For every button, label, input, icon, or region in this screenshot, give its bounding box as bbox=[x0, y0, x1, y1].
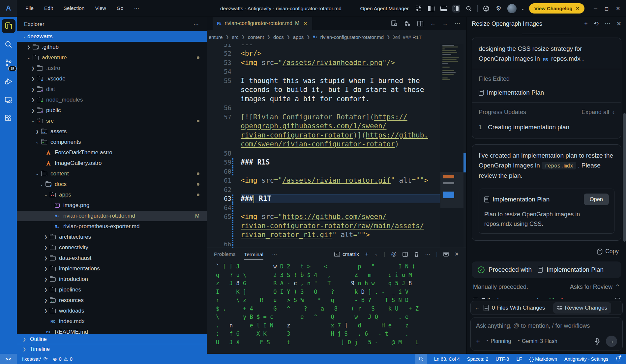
tree-item-content[interactable]: ⌄content bbox=[17, 168, 207, 179]
microphone-icon[interactable] bbox=[595, 338, 600, 345]
remote-explorer-icon[interactable] bbox=[2, 93, 15, 107]
source-control-icon[interactable]: 15 bbox=[2, 56, 15, 70]
agent-compass-icon[interactable] bbox=[482, 5, 490, 13]
kill-terminal-icon[interactable] bbox=[414, 252, 419, 257]
tree-item-docs[interactable]: ⌄docs bbox=[17, 179, 207, 190]
sidebar-more-icon[interactable]: ⋯ bbox=[194, 21, 200, 27]
tree-item-resources[interactable]: ❯●●resources bbox=[17, 295, 207, 306]
tab-rivian-configurator-rotator[interactable]: M↓ rivian-configurator-rotator.md M ✕ bbox=[213, 17, 312, 30]
tab-close-icon[interactable]: ✕ bbox=[303, 20, 308, 26]
send-button[interactable]: → bbox=[606, 336, 617, 347]
progress-step[interactable]: 1 Creating implementation plan bbox=[479, 122, 614, 132]
new-terminal-icon[interactable]: + bbox=[365, 251, 369, 258]
menu-go[interactable]: Go bbox=[113, 4, 128, 13]
split-terminal-icon[interactable] bbox=[402, 252, 408, 257]
tree-item--astro[interactable]: ❯.astro bbox=[17, 63, 207, 74]
breadcrumb-item[interactable]: enture bbox=[209, 34, 223, 40]
close-panel-icon[interactable]: ✕ bbox=[455, 251, 459, 257]
avatar-chevron-icon[interactable]: ⌄ bbox=[521, 6, 524, 11]
menu-selection[interactable]: Selection bbox=[60, 4, 89, 13]
open-agent-manager-button[interactable]: Open Agent Manager bbox=[360, 6, 408, 12]
code-line[interactable]: 58 bbox=[207, 149, 440, 158]
explorer-icon[interactable] bbox=[2, 19, 15, 33]
timeline-section-header[interactable]: ❯ Timeline bbox=[17, 344, 207, 354]
app-logo[interactable]: A bbox=[0, 0, 17, 17]
menu-edit[interactable]: Edit bbox=[40, 4, 57, 13]
menu-view[interactable]: View bbox=[91, 4, 110, 13]
code-line[interactable]: 62 bbox=[207, 185, 440, 194]
toggle-right-panel-icon[interactable] bbox=[452, 5, 460, 13]
tree-item-image-png[interactable]: image.png bbox=[17, 200, 207, 211]
diff-icon[interactable] bbox=[615, 298, 620, 299]
tree-item-adventure[interactable]: ⌄adventure bbox=[17, 52, 207, 63]
split-editor-icon[interactable] bbox=[417, 21, 424, 26]
proceeded-pill[interactable]: ✓ Proceeded with Implementation Plan bbox=[472, 261, 621, 278]
tree-item-apps[interactable]: ⌄●●apps bbox=[17, 190, 207, 200]
navigate-forward-icon[interactable]: → bbox=[442, 20, 448, 27]
collapse-icon[interactable]: ‹ bbox=[612, 107, 614, 117]
terminal-at-icon[interactable]: @ bbox=[391, 251, 397, 258]
mode-selector[interactable]: ⌃ Planning bbox=[486, 338, 511, 344]
tree-item-workloads[interactable]: ❯workloads bbox=[17, 306, 207, 316]
tree-item-architectures[interactable]: ❯architectures bbox=[17, 232, 207, 242]
problems-item[interactable]: ⊗0 ⚠0 bbox=[53, 356, 72, 362]
code-line[interactable]: 66 bbox=[207, 239, 440, 248]
asks-for-review-toggle[interactable]: Asks for Review bbox=[570, 284, 612, 290]
view-changelog-button[interactable]: View Changelog ✕ bbox=[529, 3, 584, 14]
tree-item-index-mdx[interactable]: MXindex.mdx bbox=[17, 316, 207, 327]
tree-item-data-exhaust[interactable]: ❯data-exhaust bbox=[17, 253, 207, 263]
panel-more-icon[interactable]: ⋯ bbox=[605, 20, 611, 27]
breadcrumb-item[interactable]: content bbox=[248, 34, 264, 40]
editor-more-icon[interactable]: ⋯ bbox=[455, 20, 460, 27]
search-view-icon[interactable] bbox=[2, 38, 15, 51]
code-line[interactable]: 54 bbox=[207, 67, 440, 76]
code-line[interactable]: rivian-configurator-rotator)](https://gi… bbox=[207, 131, 440, 140]
outline-section-header[interactable]: ❯ Outline bbox=[17, 334, 207, 344]
tree-item-rivian-prometheus-exporter-md[interactable]: M↓rivian-prometheus-exporter.md bbox=[17, 221, 207, 232]
code-line[interactable]: 56 bbox=[207, 104, 440, 113]
remote-indicator[interactable]: >< bbox=[0, 354, 17, 364]
editor-scrollbar[interactable] bbox=[463, 44, 466, 248]
code-line[interactable]: 61<img src="/assets/rivian_rotator.gif" … bbox=[207, 176, 440, 185]
chevron-up-icon[interactable]: ⌃ bbox=[615, 283, 620, 290]
encoding[interactable]: UTF-8 bbox=[495, 356, 509, 362]
code-line[interactable]: 57[![Rivian Configurator Rotator](https:… bbox=[207, 112, 440, 122]
user-avatar[interactable] bbox=[507, 4, 517, 13]
edited-file-row[interactable]: Edited MX repos.mdx +10 -0 bbox=[472, 290, 621, 299]
agent-grid-icon[interactable] bbox=[415, 5, 423, 13]
tree-item-connectivity[interactable]: ❯connectivity bbox=[17, 242, 207, 253]
tab-terminal[interactable]: Terminal bbox=[244, 252, 263, 260]
panel-close-icon[interactable]: ✕ bbox=[616, 20, 621, 27]
history-icon[interactable]: ⟲ bbox=[594, 20, 599, 27]
tree-item-src[interactable]: ⌄‹›src bbox=[17, 116, 207, 126]
open-preview-icon[interactable] bbox=[391, 20, 398, 26]
breadcrumb-item[interactable]: docs bbox=[273, 34, 284, 40]
eol[interactable]: LF bbox=[516, 356, 522, 362]
open-plan-button[interactable]: Open bbox=[584, 194, 609, 205]
tree-item-readme-md[interactable]: M↓README.md bbox=[17, 327, 207, 334]
tree-item-imagegallery-astro[interactable]: ImageGallery.astro bbox=[17, 158, 207, 168]
code-line[interactable]: rivian_rotator_r1t.gif" alt=""> bbox=[207, 230, 440, 240]
new-conversation-icon[interactable]: + bbox=[584, 20, 588, 27]
maximize-panel-icon[interactable] bbox=[443, 252, 449, 257]
agent-conversation[interactable]: designing the CSS resize strategy for Op… bbox=[467, 31, 626, 299]
tree-item-introduction[interactable]: ❯introduction bbox=[17, 274, 207, 285]
search-icon[interactable] bbox=[465, 5, 473, 13]
tree-item-node-modules[interactable]: ❯node_modules bbox=[17, 95, 207, 105]
code-line[interactable]: opengraph.githubassets.com/1/sween/ bbox=[207, 122, 440, 131]
code-line[interactable]: 64 bbox=[207, 203, 440, 212]
code-line[interactable]: 60 bbox=[207, 167, 440, 176]
toggle-bottom-panel-icon[interactable] bbox=[440, 5, 448, 13]
review-changes-button[interactable]: Review Changes bbox=[553, 302, 611, 314]
breadcrumb-item[interactable]: apps bbox=[293, 34, 304, 40]
extensions-icon[interactable] bbox=[2, 111, 15, 125]
tree-item-public[interactable]: ❯public bbox=[17, 105, 207, 116]
tree-item-forcedarktheme-astro[interactable]: ForceDarkTheme.astro bbox=[17, 147, 207, 158]
code-line[interactable]: 55I thought this was stupid when I burne… bbox=[207, 76, 440, 85]
maximize-button[interactable]: ◻ bbox=[605, 6, 609, 12]
cursor-position[interactable]: Ln 63, Col 4 bbox=[434, 356, 460, 362]
tree-item-rivian-configurator-rotator-md[interactable]: M↓rivian-configurator-rotator.mdM bbox=[17, 211, 207, 221]
app-settings[interactable]: Antigravity - Settings bbox=[564, 356, 608, 362]
tab-problems[interactable]: Problems bbox=[214, 251, 235, 257]
terminal-output[interactable]: ` [ [ J w D 2 t > < p " I N (q ? u \ 2 3… bbox=[207, 260, 466, 354]
